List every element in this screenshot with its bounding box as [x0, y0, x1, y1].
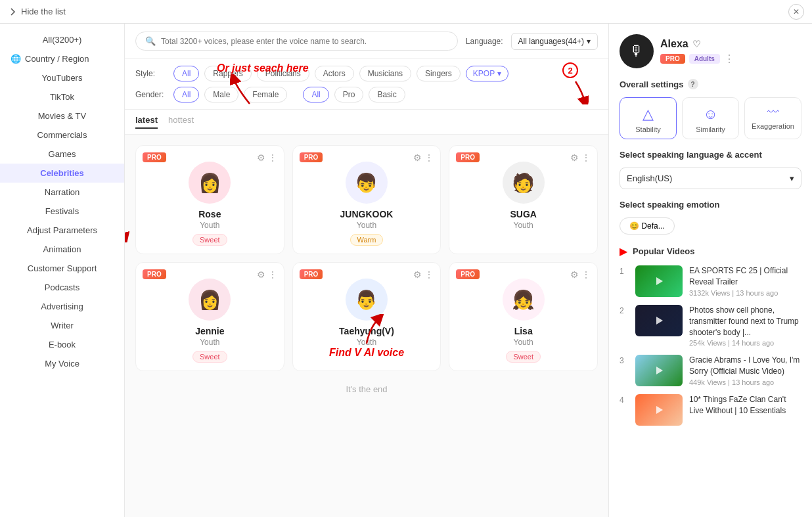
- voice-type: Youth: [301, 221, 433, 230]
- settings-icon-btn[interactable]: ⚙: [413, 269, 422, 280]
- search-input[interactable]: [161, 37, 448, 46]
- voice-card[interactable]: PRO ⚙ ⋮ 👨 Taehyung(V) Youth: [292, 262, 441, 371]
- sidebar-item-movies[interactable]: Movies & TV: [0, 106, 124, 125]
- more-icon-btn[interactable]: ⋮: [424, 269, 434, 280]
- style-musicians-btn[interactable]: Musicians: [359, 66, 411, 81]
- settings-icon-btn[interactable]: ⚙: [257, 269, 265, 280]
- pro-badge: PRO: [456, 152, 480, 162]
- avatar: 👧: [503, 279, 545, 321]
- youtube-icon: ▶: [620, 245, 627, 258]
- settings-icon-btn[interactable]: ⚙: [413, 152, 422, 163]
- more-icon-btn[interactable]: ⋮: [424, 152, 434, 163]
- help-icon[interactable]: ?: [688, 79, 698, 89]
- sort-hottest-tab[interactable]: hottest: [168, 115, 194, 129]
- avatar: 🧑: [503, 162, 545, 204]
- voice-card[interactable]: PRO ⚙ ⋮ 👦 JUNGKOOK Youth Warm: [292, 145, 441, 254]
- lang-chevron-icon: ▾: [790, 173, 794, 183]
- profile-avatar: 🎙: [620, 34, 654, 68]
- settings-icon-btn[interactable]: ⚙: [570, 152, 579, 163]
- badge-adults: Adults: [689, 54, 720, 64]
- language-select[interactable]: English(US) ▾: [620, 168, 801, 189]
- similarity-label: Similarity: [688, 125, 733, 133]
- video-thumb: [635, 305, 683, 336]
- style-singers-btn[interactable]: Singers: [417, 66, 461, 81]
- close-button[interactable]: ✕: [788, 4, 804, 20]
- sidebar-item-country[interactable]: 🌐 Country / Region: [0, 49, 124, 68]
- sidebar-item-narration[interactable]: Narration: [0, 183, 124, 202]
- more-icon-btn[interactable]: ⋮: [581, 152, 591, 163]
- sidebar-item-festivals[interactable]: Festivals: [0, 202, 124, 221]
- video-info: 10* Things FaZe Clan Can't Live Without …: [689, 394, 801, 426]
- style-kpop-dropdown[interactable]: KPOP ▾: [466, 66, 508, 81]
- sidebar-item-my-voice[interactable]: My Voice: [0, 354, 124, 373]
- sidebar-item-youtubers[interactable]: YouTubers: [0, 68, 124, 87]
- sort-latest-tab[interactable]: latest: [135, 115, 158, 129]
- sort-tabs: latest hottest: [125, 110, 608, 135]
- sidebar-item-commercials[interactable]: Commercials: [0, 125, 124, 145]
- video-meta: 449k Views | 13 hours ago: [689, 378, 801, 386]
- gender-label: Gender:: [135, 90, 168, 99]
- video-item[interactable]: 1 EA SPORTS FC 25 | Official Reveal Trai…: [620, 265, 801, 297]
- sidebar-item-all[interactable]: All(3200+): [0, 30, 124, 49]
- voice-card[interactable]: PRO ⚙ ⋮ 🧑 SUGA Youth: [449, 145, 598, 254]
- video-thumb: [635, 355, 683, 386]
- exaggeration-icon: 〰: [750, 106, 796, 120]
- video-thumb: [635, 394, 683, 426]
- language-dropdown[interactable]: All languages(44+) ▾: [511, 33, 598, 50]
- more-icon-btn[interactable]: ⋮: [581, 269, 591, 280]
- video-title: Photos show cell phone, transmitter foun…: [689, 305, 801, 338]
- video-info: Photos show cell phone, transmitter foun…: [689, 305, 801, 347]
- quality-all-btn[interactable]: All: [303, 87, 328, 102]
- sidebar-item-adjust[interactable]: Adjust Parameters: [0, 221, 124, 240]
- right-panel: 🎙 Alexa ♡ PRO Adults ⋮ Overall settings …: [608, 24, 812, 517]
- pro-badge: PRO: [456, 269, 480, 279]
- heart-icon[interactable]: ♡: [692, 39, 701, 49]
- sidebar-item-writer[interactable]: Writer: [0, 316, 124, 335]
- video-item[interactable]: 2 Photos show cell phone, transmitter fo…: [620, 305, 801, 347]
- quality-basic-btn[interactable]: Basic: [369, 87, 405, 102]
- settings-icon-btn[interactable]: ⚙: [570, 269, 579, 280]
- style-label: Style:: [135, 69, 168, 78]
- more-icon-btn[interactable]: ⋮: [268, 152, 277, 163]
- video-item[interactable]: 4 10* Things FaZe Clan Can't Live Withou…: [620, 394, 801, 426]
- more-icon-btn[interactable]: ⋮: [268, 269, 277, 280]
- settings-icon-btn[interactable]: ⚙: [257, 152, 265, 163]
- voice-name: Lisa: [457, 326, 589, 336]
- hide-list-btn[interactable]: Hide the list: [8, 7, 66, 16]
- voice-card[interactable]: PRO ⚙ ⋮ 👩 Jennie Youth Sweet: [135, 262, 284, 371]
- sidebar-item-ebook[interactable]: E-book: [0, 335, 124, 354]
- avatar: 👩: [189, 279, 231, 321]
- stability-card[interactable]: △ Stability: [620, 97, 677, 139]
- similarity-card[interactable]: ☺ Similarity: [682, 97, 739, 139]
- style-politicians-btn[interactable]: Politicians: [257, 66, 309, 81]
- sidebar-item-animation[interactable]: Animation: [0, 240, 124, 259]
- voice-card[interactable]: PRO ⚙ ⋮ 👧 Lisa Youth Sweet: [449, 262, 598, 371]
- emotion-button[interactable]: 😊 Defa...: [620, 217, 675, 235]
- gender-all-btn[interactable]: All: [173, 87, 199, 102]
- svg-marker-3: [656, 406, 663, 414]
- quality-pro-btn[interactable]: Pro: [334, 87, 364, 102]
- style-actors-btn[interactable]: Actors: [315, 66, 354, 81]
- gender-female-btn[interactable]: Female: [244, 87, 287, 102]
- sidebar-item-podcasts[interactable]: Podcasts: [0, 278, 124, 297]
- profile-name: Alexa ♡: [660, 38, 734, 50]
- style-all-btn[interactable]: All: [173, 66, 199, 81]
- exaggeration-card[interactable]: 〰 Exaggeration: [744, 97, 801, 139]
- video-item[interactable]: 3 Gracie Abrams - I Love You, I'm Sorry …: [620, 355, 801, 386]
- stability-icon: △: [625, 106, 671, 123]
- sidebar: All(3200+) 🌐 Country / Region YouTubers …: [0, 24, 125, 517]
- video-num: 4: [620, 394, 629, 426]
- search-box[interactable]: 🔍: [135, 32, 458, 51]
- sidebar-item-advertising[interactable]: Advertising: [0, 297, 124, 316]
- style-rappers-btn[interactable]: Rappers: [204, 66, 251, 81]
- voice-name: SUGA: [457, 209, 589, 219]
- sidebar-item-tiktok[interactable]: TikTok: [0, 87, 124, 106]
- pro-badge: PRO: [143, 152, 166, 162]
- gender-male-btn[interactable]: Male: [204, 87, 238, 102]
- more-options-btn[interactable]: ⋮: [724, 53, 734, 65]
- sidebar-item-games[interactable]: Games: [0, 145, 124, 164]
- sidebar-item-customer-support[interactable]: Customer Support: [0, 259, 124, 278]
- voice-card[interactable]: PRO ⚙ ⋮ 👩 Rose Youth Sweet: [135, 145, 284, 254]
- sidebar-item-celebrities[interactable]: Celebrities: [0, 164, 124, 183]
- voice-grid: PRO ⚙ ⋮ 👩 Rose Youth Sweet PRO ⚙ ⋮ 👦 JUN…: [135, 145, 598, 371]
